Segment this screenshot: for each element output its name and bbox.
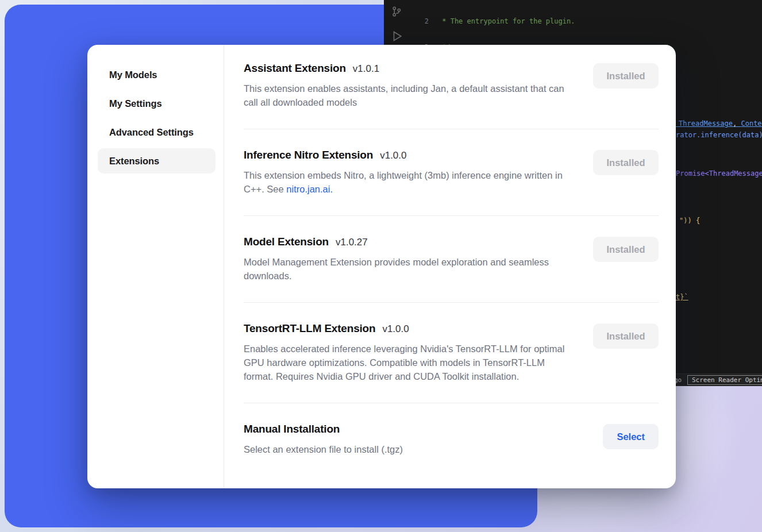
screen-reader-badge[interactable]: Screen Reader Optimize bbox=[687, 375, 762, 385]
code-comment: * The entrypoint for the plugin. bbox=[438, 17, 575, 25]
extension-description: Model Management Extension provides mode… bbox=[244, 255, 576, 283]
extension-version: v1.0.0 bbox=[380, 150, 406, 161]
sidebar-item-extensions[interactable]: Extensions bbox=[98, 148, 215, 174]
extension-row-tensorrt: TensortRT-LLM Extension v1.0.0 Enables a… bbox=[244, 303, 659, 403]
extension-title: Assistant Extension bbox=[244, 62, 346, 75]
sidebar-item-my-models[interactable]: My Models bbox=[98, 62, 215, 87]
installed-button[interactable]: Installed bbox=[593, 150, 659, 175]
extension-title: Model Extension bbox=[244, 236, 329, 248]
code-fragment: Promise<ThreadMessage> bbox=[676, 169, 762, 178]
extension-version: v1.0.1 bbox=[353, 63, 379, 75]
sidebar-item-label: Advanced Settings bbox=[109, 127, 194, 138]
extension-row-nitro: Inference Nitro Extension v1.0.0 This ex… bbox=[244, 129, 659, 215]
settings-modal: My Models My Settings Advanced Settings … bbox=[87, 45, 676, 488]
import-name: ContentType bbox=[741, 119, 762, 128]
extension-description: This extension embeds Nitro, a lightweig… bbox=[244, 168, 576, 196]
desktop-stage: 2 * The entrypoint for the plugin. 3 */ … bbox=[0, 0, 762, 532]
source-control-icon[interactable] bbox=[391, 6, 402, 19]
extension-version: v1.0.0 bbox=[382, 323, 409, 335]
extension-description: Enables accelerated inference leveraging… bbox=[244, 342, 576, 383]
installed-button[interactable]: Installed bbox=[593, 237, 659, 262]
select-button[interactable]: Select bbox=[603, 424, 659, 449]
sidebar-item-label: Extensions bbox=[109, 156, 159, 167]
extension-description: This extension enables assistants, inclu… bbox=[244, 82, 576, 109]
run-debug-icon[interactable] bbox=[391, 30, 403, 44]
extension-row-assistant: Assistant Extension v1.0.1 This extensio… bbox=[244, 62, 659, 129]
installed-button[interactable]: Installed bbox=[593, 63, 659, 88]
sidebar-item-label: My Models bbox=[109, 70, 157, 80]
sidebar-item-advanced-settings[interactable]: Advanced Settings bbox=[98, 119, 215, 145]
code-line: 2 * The entrypoint for the plugin. bbox=[414, 17, 762, 26]
import-name: ThreadMessage bbox=[679, 119, 741, 128]
code-fragment: t}` bbox=[676, 293, 688, 301]
installed-button[interactable]: Installed bbox=[593, 323, 659, 349]
extensions-panel: Assistant Extension v1.0.1 This extensio… bbox=[224, 45, 676, 488]
manual-installation-row: Manual Installation Select an extension … bbox=[244, 403, 659, 476]
line-number: 2 bbox=[414, 17, 429, 25]
manual-installation-title: Manual Installation bbox=[244, 423, 340, 435]
extension-title: TensortRT-LLM Extension bbox=[244, 322, 375, 335]
extension-title: Inference Nitro Extension bbox=[244, 149, 373, 161]
settings-sidebar: My Models My Settings Advanced Settings … bbox=[87, 45, 224, 488]
extension-row-model: Model Extension v1.0.27 Model Management… bbox=[244, 216, 659, 302]
nitro-jan-ai-link[interactable]: nitro.jan.ai. bbox=[286, 184, 333, 194]
code-fragment: ")) { bbox=[679, 217, 700, 225]
manual-installation-description: Select an extension file to install (.tg… bbox=[244, 442, 403, 456]
code-fragment: rator.inference(data)); bbox=[676, 131, 762, 139]
extension-version: v1.0.27 bbox=[336, 237, 368, 248]
sidebar-item-label: My Settings bbox=[109, 98, 162, 109]
sidebar-item-my-settings[interactable]: My Settings bbox=[98, 91, 215, 116]
